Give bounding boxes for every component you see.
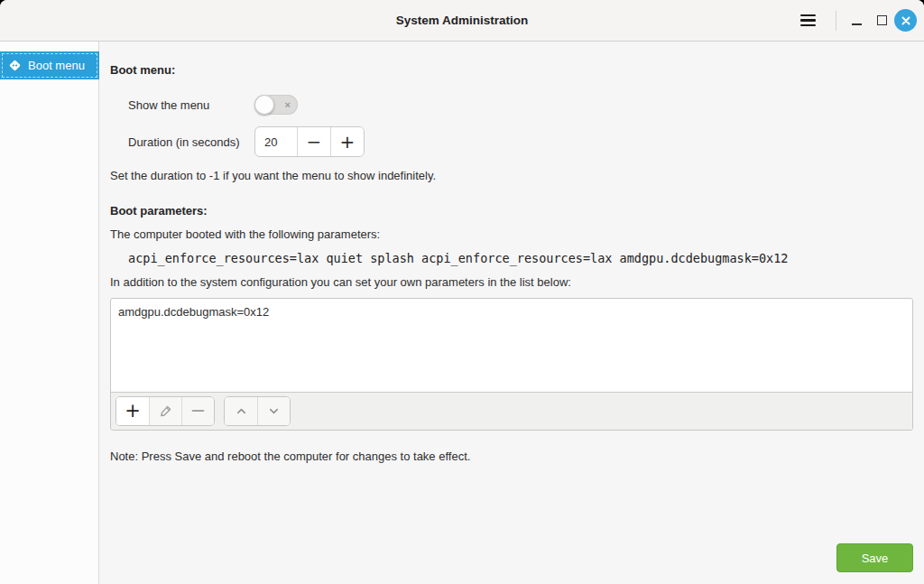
duration-input[interactable] [255,127,297,156]
minimize-button[interactable] [844,8,869,33]
move-up-button[interactable] [225,397,257,425]
hamburger-icon [800,14,816,17]
sidebar: Boot menu [0,42,99,584]
maximize-icon [877,15,887,25]
list-item[interactable]: amdgpu.dcdebugmask=0x12 [118,303,905,320]
custom-params-label: In addition to the system configuration … [110,275,913,289]
duration-decrement-button[interactable]: − [297,127,330,156]
list-toolbar: + − [111,392,912,430]
remove-parameter-button[interactable]: − [181,397,214,425]
maximize-button[interactable] [869,8,894,33]
edit-parameter-button[interactable] [149,397,181,425]
edit-icon [159,404,172,418]
show-menu-toggle[interactable]: × [254,95,298,115]
window-title: System Administration [396,14,529,27]
duration-row: Duration (in seconds) − + [128,126,913,157]
custom-params-list[interactable]: amdgpu.dcdebugmask=0x12 [111,299,912,392]
show-menu-label: Show the menu [128,98,254,112]
close-button[interactable] [894,9,917,32]
titlebar-separator [836,11,836,31]
custom-params-frame: amdgpu.dcdebugmask=0x12 + − [110,298,913,431]
duration-spinbox: − + [254,126,365,157]
show-menu-row: Show the menu × [128,89,913,120]
system-administration-window: System Administration [0,0,924,584]
main-area: Boot menu Boot menu: Show the menu × Dur… [0,42,924,584]
booted-with-label: The computer booted with the following p… [110,227,913,241]
sidebar-item-label: Boot menu [28,59,85,72]
add-parameter-button[interactable]: + [116,397,149,425]
duration-increment-button[interactable]: + [330,127,364,156]
duration-label: Duration (in seconds) [128,135,254,149]
hamburger-menu-button[interactable] [792,7,823,34]
booted-params-value: acpi_enforce_resources=lax quiet splash … [128,251,913,265]
minimize-icon [852,23,862,25]
move-button-group [224,396,291,426]
content: Boot menu: Show the menu × Duration (in … [99,42,924,584]
toggle-knob [254,95,274,115]
duration-hint: Set the duration to -1 if you want the m… [110,169,913,182]
save-note: Note: Press Save and reboot the computer… [110,450,913,463]
boot-diamond-icon [8,59,22,72]
save-button[interactable]: Save [836,543,913,572]
boot-parameters-heading: Boot parameters: [110,204,913,218]
move-down-icon [267,404,281,418]
close-icon [901,15,911,26]
edit-button-group: + − [116,396,215,426]
toggle-off-x-icon: × [285,100,291,110]
titlebar-controls [792,0,917,41]
move-down-button[interactable] [257,397,290,425]
move-up-icon [235,404,248,418]
titlebar: System Administration [0,0,924,42]
boot-menu-heading: Boot menu: [110,63,913,77]
sidebar-item-boot-menu[interactable]: Boot menu [0,51,99,79]
